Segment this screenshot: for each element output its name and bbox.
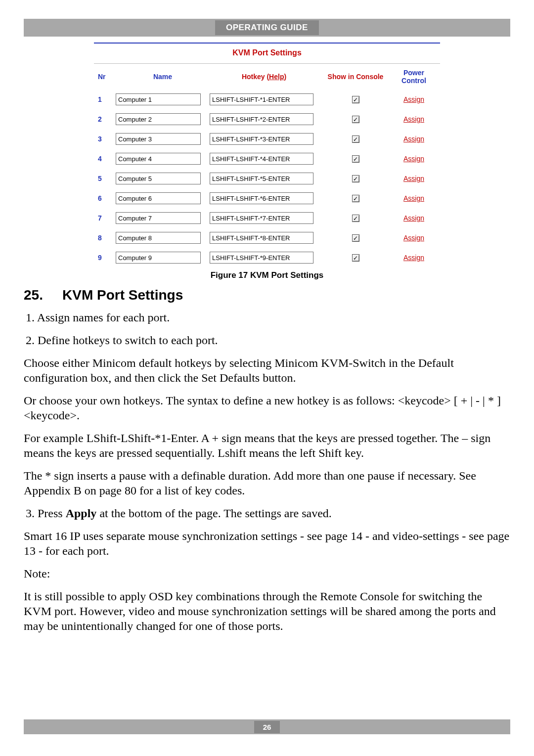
table-row: 2✓Assign: [94, 109, 440, 129]
row-nr: 6: [94, 194, 116, 202]
row-hotkey-cell: [210, 212, 318, 224]
show-in-console-checkbox[interactable]: ✓: [352, 155, 359, 163]
paragraph: For example LShift-LShift-*1-Enter. A + …: [24, 431, 510, 460]
section-heading: 25.KVM Port Settings: [24, 287, 510, 303]
hotkey-input[interactable]: [210, 93, 313, 105]
page-header-title: OPERATING GUIDE: [215, 20, 319, 35]
row-power-cell: Assign: [393, 175, 435, 182]
li3-apply-bold: Apply: [66, 507, 97, 520]
table-row: 9✓Assign: [94, 248, 440, 267]
show-in-console-checkbox[interactable]: ✓: [352, 195, 359, 202]
table-row: 6✓Assign: [94, 188, 440, 208]
name-input[interactable]: [116, 173, 201, 184]
row-show-cell: ✓: [318, 214, 393, 222]
show-in-console-checkbox[interactable]: ✓: [352, 254, 359, 262]
col-header-nr: Nr: [94, 73, 116, 81]
name-input[interactable]: [116, 153, 201, 165]
show-in-console-checkbox[interactable]: ✓: [352, 234, 359, 242]
show-in-console-checkbox[interactable]: ✓: [352, 215, 359, 222]
hotkey-input[interactable]: [210, 153, 313, 165]
row-power-cell: Assign: [393, 115, 435, 123]
row-show-cell: ✓: [318, 115, 393, 124]
paragraph: The * sign inserts a pause with a defina…: [24, 468, 510, 498]
kvm-table-title: KVM Port Settings: [94, 44, 440, 64]
name-input[interactable]: [116, 93, 201, 105]
li3-suffix: at the bottom of the page. The settings …: [96, 507, 331, 520]
row-nr: 8: [94, 234, 116, 242]
name-input[interactable]: [116, 192, 201, 204]
page-number: 26: [254, 721, 280, 733]
checkmark-icon: ✓: [353, 97, 358, 103]
row-nr: 5: [94, 175, 116, 182]
row-show-cell: ✓: [318, 254, 393, 262]
row-hotkey-cell: [210, 232, 318, 244]
assign-link[interactable]: Assign: [403, 155, 424, 163]
assign-link[interactable]: Assign: [403, 135, 424, 143]
hotkey-label-prefix: Hotkey (: [242, 73, 269, 81]
body-text: 1. Assign names for each port. 2. Define…: [24, 310, 510, 633]
assign-link[interactable]: Assign: [403, 194, 424, 202]
section-title: KVM Port Settings: [62, 287, 183, 303]
checkmark-icon: ✓: [353, 117, 358, 123]
row-power-cell: Assign: [393, 95, 435, 103]
row-name-cell: [116, 212, 210, 224]
list-item-1: 1. Assign names for each port.: [24, 310, 510, 325]
assign-link[interactable]: Assign: [403, 115, 424, 123]
show-in-console-checkbox[interactable]: ✓: [352, 175, 359, 182]
hotkey-input[interactable]: [210, 173, 313, 184]
assign-link[interactable]: Assign: [403, 175, 424, 182]
hotkey-input[interactable]: [210, 113, 313, 125]
paragraph: Or choose your own hotkeys. The syntax t…: [24, 393, 510, 423]
assign-link[interactable]: Assign: [403, 214, 424, 222]
name-input[interactable]: [116, 232, 201, 244]
row-hotkey-cell: [210, 173, 318, 184]
hotkey-input[interactable]: [210, 192, 313, 204]
hotkey-input[interactable]: [210, 133, 313, 145]
row-name-cell: [116, 173, 210, 184]
row-power-cell: Assign: [393, 234, 435, 242]
row-name-cell: [116, 192, 210, 204]
checkmark-icon: ✓: [353, 156, 358, 162]
show-in-console-checkbox[interactable]: ✓: [352, 135, 359, 143]
row-hotkey-cell: [210, 252, 318, 264]
row-show-cell: ✓: [318, 135, 393, 143]
show-in-console-checkbox[interactable]: ✓: [352, 96, 359, 103]
hotkey-input[interactable]: [210, 252, 313, 264]
kvm-table-header: Nr Name Hotkey (Help) Show in Console Po…: [94, 64, 440, 89]
row-hotkey-cell: [210, 93, 318, 105]
li3-prefix: 3. Press: [26, 507, 66, 520]
checkmark-icon: ✓: [353, 235, 358, 241]
col-header-show: Show in Console: [318, 73, 393, 81]
name-input[interactable]: [116, 133, 201, 145]
assign-link[interactable]: Assign: [403, 234, 424, 242]
row-name-cell: [116, 133, 210, 145]
checkmark-icon: ✓: [353, 196, 358, 202]
row-show-cell: ✓: [318, 234, 393, 242]
name-input[interactable]: [116, 252, 201, 264]
row-show-cell: ✓: [318, 194, 393, 203]
checkmark-icon: ✓: [353, 216, 358, 222]
name-input[interactable]: [116, 113, 201, 125]
row-power-cell: Assign: [393, 135, 435, 143]
show-in-console-checkbox[interactable]: ✓: [352, 116, 359, 123]
row-hotkey-cell: [210, 153, 318, 165]
row-power-cell: Assign: [393, 214, 435, 222]
name-input[interactable]: [116, 212, 201, 224]
assign-link[interactable]: Assign: [403, 254, 424, 262]
col-header-name: Name: [116, 73, 210, 81]
kvm-port-settings-table: KVM Port Settings Nr Name Hotkey (Help) …: [94, 43, 440, 267]
checkmark-icon: ✓: [353, 136, 358, 142]
list-item-3: 3. Press Apply at the bottom of the page…: [24, 506, 510, 521]
col-header-power: Power Control: [393, 69, 435, 85]
row-name-cell: [116, 252, 210, 264]
hotkey-input[interactable]: [210, 232, 313, 244]
table-row: 4✓Assign: [94, 149, 440, 169]
hotkey-help-link[interactable]: Help: [269, 73, 284, 81]
hotkey-input[interactable]: [210, 212, 313, 224]
row-nr: 3: [94, 135, 116, 143]
assign-link[interactable]: Assign: [403, 95, 424, 103]
paragraph: Choose either Minicom default hotkeys by…: [24, 356, 510, 385]
row-name-cell: [116, 232, 210, 244]
table-row: 1✓Assign: [94, 89, 440, 109]
figure-caption: Figure 17 KVM Port Settings: [24, 270, 510, 280]
